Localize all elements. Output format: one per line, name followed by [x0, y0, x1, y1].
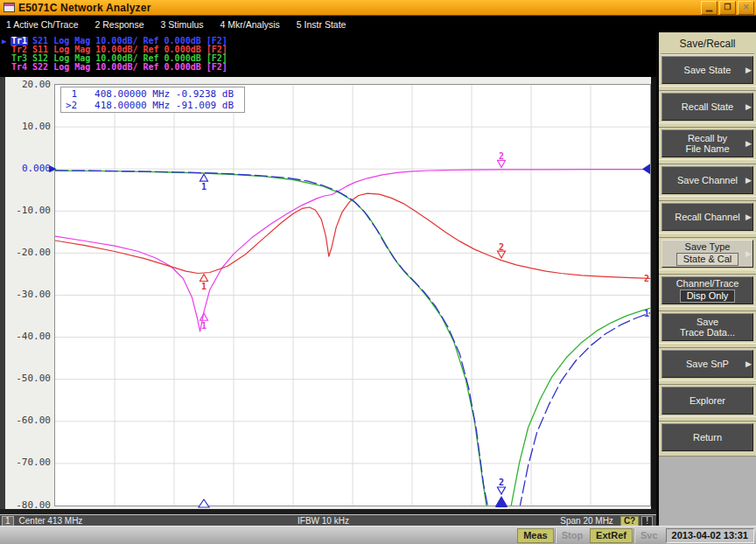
marker-2-S11: [498, 251, 506, 258]
marker-readout: 1 408.00000 MHz -0.9238 dB >2 418.00000 …: [60, 87, 245, 113]
softkey-label: Recall State: [682, 101, 733, 112]
y-axis-label--30.00: -30.00: [5, 289, 51, 300]
status-stop: Stop: [555, 528, 589, 543]
e5071c-application-window: E5071C Network Analyzer ▁ ❐ ✕ 1 Active C…: [0, 0, 756, 544]
y-axis-label--20.00: -20.00: [5, 247, 51, 258]
svg-text:1: 1: [201, 282, 206, 291]
softkey-menu-title: Save/Recall: [661, 35, 754, 54]
trace-settings-text: S22 Log Mag 10.00dB/ Ref 0.000dB [F2]: [32, 63, 228, 72]
center-frequency: Center 413 MHz: [19, 516, 83, 526]
softkey-separator: [659, 380, 756, 385]
span-value: Span 20 MHz: [560, 516, 613, 526]
softkey-save-snp[interactable]: Save SnP▶: [662, 350, 753, 378]
submenu-arrow-icon: ▶: [746, 359, 752, 369]
softkey-label: File Name: [685, 143, 729, 154]
plot-area[interactable]: 11122221 1 408.00000 MHz -0.9238 dB >2 4…: [54, 84, 651, 506]
softkey-separator: [659, 86, 756, 91]
softkey-recall-channel[interactable]: Recall Channel▶: [662, 203, 753, 231]
minimize-button[interactable]: ▁: [701, 1, 718, 15]
svg-text:2: 2: [499, 151, 504, 161]
softkey-separator: [659, 122, 756, 128]
active-trace-arrow: ▶: [2, 37, 10, 45]
ifbw-value: IFBW 10 kHz: [298, 516, 349, 526]
softkey-save-channel[interactable]: Save Channel▶: [662, 166, 753, 194]
svg-text:1: 1: [201, 182, 206, 192]
trace-number-edge-label: 1: [644, 309, 649, 318]
menu-item-5[interactable]: 5 Instr State: [297, 19, 346, 30]
trace-id: Tr4: [10, 63, 28, 72]
menu-item-1[interactable]: 1 Active Ch/Trace: [6, 19, 78, 30]
softkey-separator: [659, 233, 756, 238]
application-icon: [4, 3, 15, 12]
submenu-arrow-icon: ▶: [746, 65, 752, 75]
marker-1-S21: [200, 174, 208, 181]
softkey-label: Recall Channel: [675, 212, 740, 222]
menu-bar: 1 Active Ch/Trace2 Response3 Stimulus4 M…: [0, 16, 756, 32]
window-controls: ▁ ❐ ✕: [701, 1, 754, 15]
channel-status-bar: 1 Center 413 MHz IFBW 10 kHz Span 20 MHz…: [0, 514, 656, 527]
menu-item-2[interactable]: 2 Response: [94, 19, 144, 30]
softkey-panel: Save/Recall Save State▶Recall State▶Reca…: [659, 32, 756, 456]
softkey-label: Return: [693, 432, 722, 443]
menu-item-3[interactable]: 3 Stimulus: [161, 19, 204, 30]
trace-number-edge-label: 2: [644, 274, 649, 283]
alert-badge: !: [641, 516, 653, 527]
menu-item-4[interactable]: 4 Mkr/Analysis: [220, 19, 280, 30]
submenu-arrow-icon: ▶: [746, 138, 752, 149]
title-bar: E5071C Network Analyzer ▁ ❐ ✕: [0, 0, 756, 16]
softkey-separator: [659, 159, 756, 164]
softkey-label: Save Type: [685, 241, 731, 252]
instrument-status-bar: MeasStopExtRefSvc 2013-04-02 13:31: [0, 526, 756, 544]
y-axis-label--70.00: -70.00: [5, 457, 51, 468]
softkey-separator: [659, 306, 756, 311]
trace-status-Tr4[interactable]: Tr4S22 Log Mag 10.00dB/ Ref 0.000dB [F2]: [2, 63, 378, 72]
softkey-label: Recall by: [688, 133, 727, 143]
reference-level-indicator: ▶: [49, 163, 56, 174]
stimulus-marker-2: [495, 498, 508, 507]
softkey-label: Save: [696, 317, 718, 327]
cal-status-badge: C?: [620, 516, 639, 527]
softkey-selected-option: State & Cal: [676, 253, 739, 266]
softkey-recall-by-file-name[interactable]: Recall byFile Name▶: [662, 129, 753, 157]
softkey-sidebar: Save/Recall Save State▶Recall State▶Reca…: [656, 32, 756, 526]
y-axis-label--60.00: -60.00: [5, 415, 51, 426]
datetime-display: 2013-04-02 13:31: [666, 528, 754, 543]
softkey-selected-option: Disp Only: [680, 289, 736, 303]
submenu-arrow-icon: ▶: [746, 175, 752, 185]
channel-number: 1: [2, 516, 14, 527]
status-svc: Svc: [634, 528, 664, 543]
softkey-separator: [659, 416, 756, 422]
close-button[interactable]: ✕: [738, 1, 754, 15]
softkey-channel-trace[interactable]: Channel/TraceDisp Only: [662, 276, 753, 304]
softkey-label: Trace Data...: [680, 327, 735, 338]
softkey-return[interactable]: Return: [662, 423, 753, 451]
y-axis-label--40.00: -40.00: [5, 331, 51, 342]
softkey-label: Save SnP: [686, 359, 729, 369]
reference-level-indicator-right: [642, 164, 650, 174]
y-axis-label--80.00: -80.00: [5, 499, 51, 511]
softkey-explorer[interactable]: Explorer: [662, 387, 753, 415]
softkey-separator: [659, 343, 756, 348]
y-axis-label--10.00: -10.00: [5, 205, 51, 216]
svg-text:2: 2: [499, 478, 504, 487]
softkey-save-trace-data[interactable]: SaveTrace Data...: [662, 313, 753, 341]
plot-svg: 11122221: [55, 85, 650, 506]
marker-2-S22: [498, 160, 506, 167]
softkey-save-type[interactable]: Save TypeState & Cal▶: [662, 240, 753, 268]
window-title: E5071C Network Analyzer: [18, 2, 151, 14]
trace-status-area: ▶Tr1S21 Log Mag 10.00dB/ Ref 0.000dB [F2…: [2, 37, 378, 72]
softkey-separator: [659, 196, 756, 201]
softkey-recall-state[interactable]: Recall State▶: [662, 93, 753, 121]
y-axis-label-0.000: 0.000: [5, 163, 51, 174]
status-meas: Meas: [517, 528, 554, 543]
y-axis-label-20.00: 20.00: [5, 79, 51, 90]
restore-button[interactable]: ❐: [719, 1, 736, 15]
softkey-label: Save State: [684, 65, 732, 75]
submenu-arrow-icon: ▶: [746, 101, 752, 112]
svg-text:1: 1: [201, 321, 206, 331]
softkey-separator: [659, 269, 756, 275]
softkey-save-state[interactable]: Save State▶: [662, 56, 753, 84]
softkey-label: Explorer: [690, 395, 725, 406]
status-extref: ExtRef: [590, 528, 633, 543]
svg-text:2: 2: [499, 242, 504, 252]
